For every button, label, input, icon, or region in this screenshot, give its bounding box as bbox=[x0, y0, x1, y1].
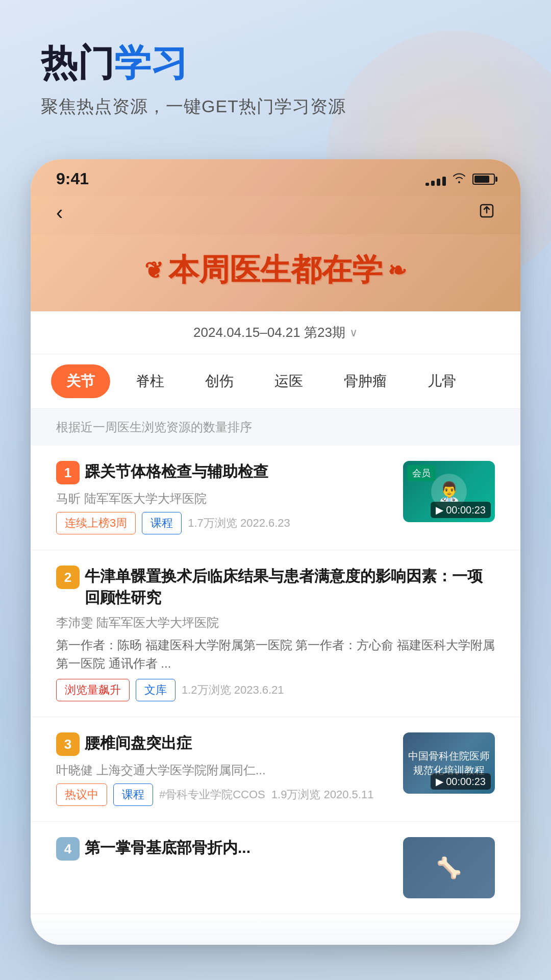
list-item-body-4: 4 第一掌骨基底部骨折内... bbox=[56, 837, 393, 898]
wheat-right-icon: ❧ bbox=[388, 257, 407, 283]
list-item[interactable]: 1 踝关节体格检查与辅助检查 马昕 陆军军医大学大坪医院 连续上榜3周 课程 1… bbox=[31, 446, 520, 550]
header-section: 热门学习 聚焦热点资源，一键GET热门学习资源 bbox=[0, 0, 551, 139]
item-title-2: 牛津单髁置换术后临床结果与患者满意度的影响因素：一项回顾性研究 bbox=[85, 566, 495, 608]
tag-meta-3: 1.9万浏览 2020.5.11 bbox=[271, 787, 374, 802]
item-author-3: 叶晓健 上海交通大学医学院附属同仁... bbox=[56, 762, 393, 778]
thumb-video-time-3: ▶ 00:00:23 bbox=[431, 773, 491, 790]
date-text: 2024.04.15–04.21 第23期 ∨ bbox=[193, 324, 358, 341]
nav-bar: ‹ bbox=[31, 196, 520, 234]
chevron-down-icon: ∨ bbox=[349, 326, 358, 339]
rank-badge-4: 4 bbox=[56, 837, 80, 861]
list-item-3[interactable]: 3 腰椎间盘突出症 叶晓健 上海交通大学医学院附属同仁... 热议中 课程 #骨… bbox=[31, 717, 520, 822]
thumb-video-time-1: ▶ 00:00:23 bbox=[431, 502, 491, 518]
phone-frame: 9:41 bbox=[31, 159, 520, 945]
item-title-row-4: 4 第一掌骨基底部骨折内... bbox=[56, 837, 393, 861]
item-title-4: 第一掌骨基底部骨折内... bbox=[85, 837, 393, 859]
thumb-label-1: 会员 bbox=[407, 465, 436, 481]
tab-yunyi[interactable]: 运医 bbox=[259, 364, 318, 398]
battery-fill bbox=[474, 176, 489, 183]
signal-bar-2 bbox=[431, 181, 435, 186]
thumbnail-3: 中国骨科住院医师规范化培训教程 ▶ 00:00:23 bbox=[403, 732, 495, 794]
list-item-2[interactable]: 2 牛津单髁置换术后临床结果与患者满意度的影响因素：一项回顾性研究 李沛雯 陆军… bbox=[31, 550, 520, 717]
tab-guzliu[interactable]: 骨肿瘤 bbox=[329, 364, 402, 398]
tag-meta-1: 1.7万浏览 2022.6.23 bbox=[188, 516, 290, 531]
list-item-thumb-3: 中国骨科住院医师规范化培训教程 ▶ 00:00:23 bbox=[403, 732, 495, 806]
tag-trending: 浏览量飙升 bbox=[56, 679, 130, 701]
content-list: 1 踝关节体格检查与辅助检查 马昕 陆军军医大学大坪医院 连续上榜3周 课程 1… bbox=[31, 446, 520, 914]
list-item-thumb-4: 🦴 bbox=[403, 837, 495, 898]
item-title-row-3: 3 腰椎间盘突出症 bbox=[56, 732, 393, 756]
list-item-body-1: 1 踝关节体格检查与辅助检查 马昕 陆军军医大学大坪医院 连续上榜3周 课程 1… bbox=[56, 461, 393, 534]
thumbnail-4: 🦴 bbox=[403, 837, 495, 898]
tag-weeks: 连续上榜3周 bbox=[56, 512, 136, 534]
thumbnail-1: 会员 👨‍⚕️ ▶ 00:00:23 bbox=[403, 461, 495, 522]
title-blue: 学习 bbox=[114, 42, 188, 83]
tag-type-1: 课程 bbox=[142, 512, 182, 534]
tab-jizhu[interactable]: 脊柱 bbox=[120, 364, 180, 398]
phone-container: 9:41 bbox=[31, 159, 520, 945]
sort-notice: 根据近一周医生浏览资源的数量排序 bbox=[31, 409, 520, 446]
tag-hash-3: #骨科专业学院CCOS bbox=[159, 787, 265, 802]
title-black: 热门 bbox=[41, 42, 114, 83]
date-selector[interactable]: 2024.04.15–04.21 第23期 ∨ bbox=[31, 311, 520, 354]
tab-guanjie[interactable]: 关节 bbox=[51, 364, 110, 398]
signal-bar-1 bbox=[425, 183, 429, 186]
tag-type-2: 文库 bbox=[136, 679, 176, 701]
list-item-body-3: 3 腰椎间盘突出症 叶晓健 上海交通大学医学院附属同仁... 热议中 课程 #骨… bbox=[56, 732, 393, 806]
page-banner: ❦ 本周医生都在学 ❧ bbox=[31, 234, 520, 311]
list-item-thumb-1: 会员 👨‍⚕️ ▶ 00:00:23 bbox=[403, 461, 495, 534]
tags-row-1: 连续上榜3周 课程 1.7万浏览 2022.6.23 bbox=[56, 512, 393, 534]
tags-row-2: 浏览量飙升 文库 1.2万浏览 2023.6.21 bbox=[56, 679, 495, 701]
item-abstract-2: 第一作者：陈旸 福建医科大学附属第一医院 第一作者：方心俞 福建医科大学附属第一… bbox=[56, 636, 495, 673]
item-author-1: 马昕 陆军军医大学大坪医院 bbox=[56, 491, 393, 507]
content-area: 2024.04.15–04.21 第23期 ∨ 关节 脊柱 创伤 运医 骨肿瘤 … bbox=[31, 311, 520, 914]
tag-hot: 热议中 bbox=[56, 783, 107, 806]
back-button[interactable]: ‹ bbox=[56, 201, 63, 224]
list-item-body-2: 2 牛津单髁置换术后临床结果与患者满意度的影响因素：一项回顾性研究 李沛雯 陆军… bbox=[56, 566, 495, 701]
tab-chuangshang[interactable]: 创伤 bbox=[190, 364, 249, 398]
rank-badge-1: 1 bbox=[56, 461, 80, 484]
main-title: 热门学习 bbox=[41, 41, 510, 85]
item-title-row-2: 2 牛津单髁置换术后临床结果与患者满意度的影响因素：一项回顾性研究 bbox=[56, 566, 495, 608]
status-icons bbox=[425, 171, 495, 187]
date-value: 2024.04.15–04.21 第23期 bbox=[193, 324, 345, 341]
bottom-fade bbox=[31, 914, 520, 945]
status-time: 9:41 bbox=[56, 169, 89, 188]
banner-title-text: 本周医生都在学 bbox=[168, 250, 383, 291]
item-title-1: 踝关节体格检查与辅助检查 bbox=[85, 461, 393, 482]
rank-badge-2: 2 bbox=[56, 566, 80, 589]
status-bar: 9:41 bbox=[31, 159, 520, 196]
tab-egu[interactable]: 儿骨 bbox=[412, 364, 471, 398]
wifi-icon bbox=[452, 171, 466, 187]
signal-bar-3 bbox=[437, 179, 440, 186]
item-author-2: 李沛雯 陆军军医大学大坪医院 bbox=[56, 615, 495, 631]
subtitle: 聚焦热点资源，一键GET热门学习资源 bbox=[41, 95, 510, 118]
list-item-4[interactable]: 4 第一掌骨基底部骨折内... 🦴 bbox=[31, 822, 520, 914]
share-button[interactable] bbox=[479, 203, 495, 223]
item-title-3: 腰椎间盘突出症 bbox=[85, 732, 393, 754]
tags-row-3: 热议中 课程 #骨科专业学院CCOS 1.9万浏览 2020.5.11 bbox=[56, 783, 393, 806]
category-tabs: 关节 脊柱 创伤 运医 骨肿瘤 儿骨 bbox=[31, 354, 520, 409]
banner-title: ❦ 本周医生都在学 ❧ bbox=[56, 250, 495, 291]
wheat-left-icon: ❦ bbox=[144, 257, 163, 283]
signal-bars-icon bbox=[425, 173, 446, 186]
signal-bar-4 bbox=[442, 177, 446, 186]
rank-badge-3: 3 bbox=[56, 732, 80, 756]
tag-meta-2: 1.2万浏览 2023.6.21 bbox=[182, 682, 284, 698]
tag-type-3: 课程 bbox=[113, 783, 153, 806]
item-title-row-1: 1 踝关节体格检查与辅助检查 bbox=[56, 461, 393, 484]
battery-icon bbox=[472, 174, 495, 185]
